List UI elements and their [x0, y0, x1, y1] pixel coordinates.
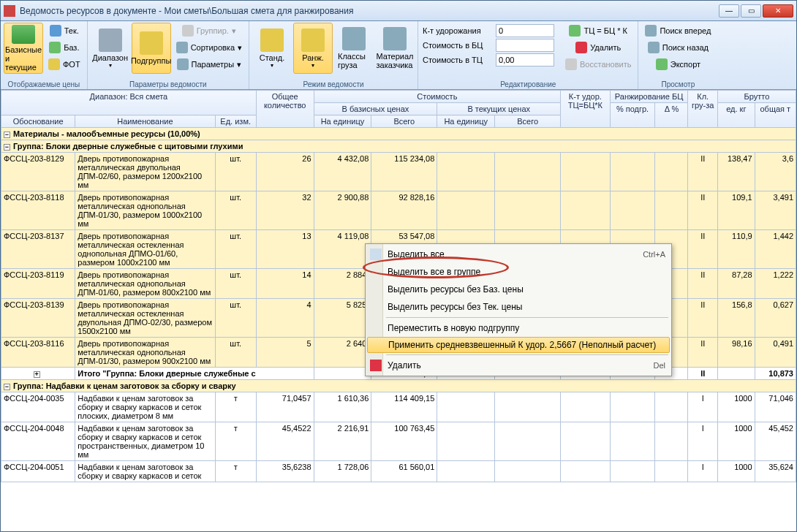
titlebar: Ведомость ресурсов в документе - Мои сме…	[1, 1, 796, 21]
params-button[interactable]: Параметры ▾	[173, 56, 246, 72]
cell-name: Дверь противопожарная металлическая одно…	[75, 269, 215, 299]
find-back-button[interactable]: Поиск назад	[641, 39, 714, 56]
fot-button[interactable]: ФОТ	[45, 56, 84, 72]
cell-unit: т	[215, 392, 256, 422]
ctx-move-sub[interactable]: Переместить в новую подгруппу	[367, 319, 670, 337]
k-udor-input[interactable]	[496, 24, 554, 37]
cell-name: Дверь противопожарная металлическая одно…	[75, 338, 215, 368]
cost-bc-input[interactable]	[496, 39, 554, 52]
restore-button[interactable]: Восстановить	[562, 56, 635, 72]
grid-area[interactable]: Диапазон: Вся смета Общее количество Сто…	[1, 90, 796, 531]
table-row[interactable]: ФССЦ-203-8129Дверь противопожарная метал…	[1, 153, 796, 191]
h-pu-t: На единицу	[437, 115, 495, 128]
range-button[interactable]: Диапазон▾	[91, 23, 130, 74]
ctx-sel-no-tek[interactable]: Выделить ресурсы без Тек. цены	[367, 298, 670, 316]
price-toggles: Тек. Баз. ФОТ	[45, 23, 84, 79]
square-icon	[49, 42, 61, 53]
classes-icon	[342, 27, 366, 50]
cell-ekg: 1000	[717, 461, 755, 482]
cell-dpct	[655, 153, 688, 191]
table-row[interactable]: ФССЦ-204-0035Надбавки к ценам заготовок …	[1, 392, 796, 422]
cell-cls: II	[688, 269, 718, 299]
cost-tc-input[interactable]	[496, 53, 554, 66]
sort-button[interactable]: Сортировка ▾	[173, 39, 246, 56]
cell-exp[interactable]: +	[1, 368, 75, 380]
cell-ekg: 87,28	[717, 269, 755, 299]
section-row[interactable]: −Группа: Блоки дверные служебные с щитов…	[1, 140, 796, 153]
cell-dpct	[655, 191, 688, 230]
base-current-button[interactable]: Базисные и текущие	[4, 23, 43, 74]
classes-button[interactable]: Классы груза	[334, 23, 374, 74]
table-row[interactable]: ФССЦ-203-8118Дверь противопожарная метал…	[1, 191, 796, 230]
cell-qty: 26	[256, 153, 314, 191]
stand-icon	[260, 28, 284, 52]
cell-cls: I	[688, 461, 718, 482]
section-row[interactable]: −Группа: Надбавки к ценам заготовок за с…	[1, 380, 796, 392]
ctx-delete[interactable]: УдалитьDel	[367, 357, 670, 374]
cell-unit: т	[215, 461, 256, 482]
table-row[interactable]: ФССЦ-204-0051Надбавки к ценам заготовок …	[1, 461, 796, 482]
find-fwd-button[interactable]: Поиск вперед	[641, 23, 714, 39]
table-row[interactable]: ФССЦ-204-0048Надбавки к ценам заготовок …	[1, 422, 796, 461]
cell-pct	[610, 191, 655, 230]
cell-tot-t	[495, 392, 561, 422]
cell-name: Дверь противопожарная металлическая осте…	[75, 299, 215, 338]
expander-icon[interactable]: −	[4, 384, 10, 390]
cell-dpct	[655, 392, 688, 422]
cell-ekg: 156,8	[717, 299, 755, 338]
ribbon-group-view: Поиск вперед Поиск назад Экспорт Просмот…	[638, 21, 717, 89]
expander-icon[interactable]: −	[4, 132, 10, 138]
cell-unit: шт.	[215, 269, 256, 299]
cell-code: ФССЦ-203-8119	[1, 269, 75, 299]
cell-code: ФССЦ-204-0048	[1, 422, 75, 461]
section-row[interactable]: −Материалы - малообъемные ресурсы (10,00…	[1, 128, 796, 140]
h-ekg: ед. кг	[717, 103, 755, 128]
stand-button[interactable]: Станд.▾	[252, 23, 292, 74]
cell-pu: 1 728,06	[314, 461, 371, 482]
cell-pu-t	[437, 153, 495, 191]
k-udor-label: К-т удорожания	[423, 26, 493, 35]
minimize-button[interactable]: —	[719, 4, 739, 18]
search-back-icon	[648, 42, 660, 53]
group-button[interactable]: Группир. ▾	[173, 23, 246, 39]
ranzh-icon	[301, 28, 325, 52]
h-rank: Ранжирование БЦ	[610, 91, 688, 103]
group-label: Параметры ведомости	[88, 80, 249, 88]
delete-button[interactable]: Удалить	[562, 39, 635, 56]
window-title: Ведомость ресурсов в документе - Мои сме…	[20, 6, 719, 16]
expander-icon[interactable]: −	[4, 144, 10, 151]
h-kudor: К-т удор. ТЦ=БЦ*К	[561, 91, 611, 128]
h-name: Наименование	[75, 115, 215, 128]
cell-cls: I	[688, 422, 718, 461]
subgroups-button[interactable]: Подгруппы	[132, 23, 171, 74]
cell-ot: 0,491	[755, 338, 796, 368]
cell-k	[561, 392, 611, 422]
cell-name: Дверь противопожарная металлическая двуп…	[75, 153, 215, 191]
ctx-sel-no-baz[interactable]: Выделить ресурсы без Баз. цены	[367, 281, 670, 298]
select-all-icon	[370, 248, 382, 260]
cell-ot: 1,442	[755, 230, 796, 269]
cell-unit: шт.	[215, 191, 256, 230]
close-button[interactable]: ✕	[763, 4, 793, 18]
delete-icon	[575, 42, 587, 53]
cell-pu-t	[437, 461, 495, 482]
export-button[interactable]: Экспорт	[641, 56, 714, 72]
ctx-select-all-group[interactable]: Выделить все в группе	[367, 263, 670, 281]
tek-button[interactable]: Тек.	[45, 23, 84, 39]
h-pu-b: На единицу	[314, 115, 371, 128]
tc-formula-button[interactable]: ТЦ = БЦ * К	[562, 23, 635, 39]
cell-unit: шт.	[215, 338, 256, 368]
ranzh-button[interactable]: Ранж.▾	[293, 23, 333, 74]
maximize-button[interactable]: ▭	[741, 4, 761, 18]
cell-cls: II	[688, 299, 718, 338]
cell-qty: 13	[256, 230, 314, 269]
ctx-apply-k[interactable]: Применить средневзвешенный К удор. 2,566…	[367, 337, 670, 353]
delete-icon	[370, 360, 382, 371]
ctx-select-all[interactable]: Выделить всеCtrl+A	[367, 246, 670, 263]
material-button[interactable]: Материал заказчика	[375, 23, 415, 74]
baz-button[interactable]: Баз.	[45, 39, 84, 56]
group-icon	[182, 25, 194, 37]
sort-icon	[176, 42, 188, 53]
cell-cls: II	[688, 338, 718, 368]
cell-name: Надбавки к ценам заготовок за сборку и с…	[75, 422, 215, 461]
